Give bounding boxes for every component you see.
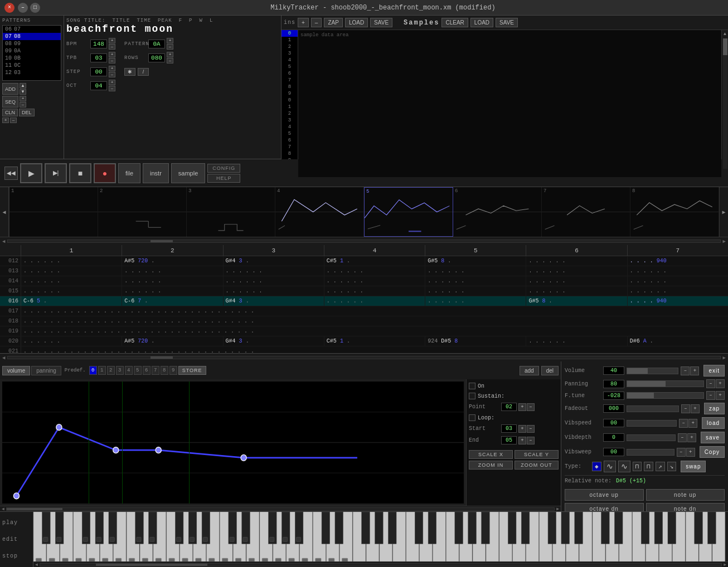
extra-up[interactable]: + <box>2 118 9 123</box>
zoom-out-btn[interactable]: ZOOM OUT <box>515 461 559 470</box>
env-end-up[interactable]: + <box>518 437 526 444</box>
row-cell[interactable]: . . . . . . <box>526 336 627 346</box>
row-cell[interactable]: . . . . . . <box>224 286 324 296</box>
ins-item-15[interactable]: 5 <box>282 130 298 137</box>
row-cell[interactable]: . . . . . . <box>526 256 627 266</box>
list-item[interactable]: 0708 <box>3 33 61 40</box>
row-cell[interactable]: C-6 5 . <box>21 296 122 306</box>
vibsweep-add[interactable]: + <box>686 448 695 457</box>
samples-clear-btn[interactable]: CLEAR <box>441 18 468 27</box>
ins-sub-btn[interactable]: – <box>311 18 322 27</box>
tracker-scroll-left[interactable]: ◀ <box>2 238 5 245</box>
row-cell[interactable]: . . . . . . <box>526 276 627 286</box>
env-num-0[interactable]: 0 <box>89 366 97 375</box>
env-start-dn[interactable]: – <box>527 425 535 433</box>
row-cell[interactable]: C#5 1 . <box>324 256 425 266</box>
vibsweep-value[interactable]: 00 <box>603 448 624 456</box>
ftune-value[interactable]: -028 <box>603 392 624 400</box>
env-sustain-checkbox[interactable] <box>469 393 475 399</box>
env-scroll-left[interactable]: ◀ <box>0 506 6 511</box>
transport-prev[interactable]: ◀◀ <box>4 167 18 180</box>
ins-item-10[interactable]: 0 <box>282 97 298 104</box>
save-btn[interactable]: save <box>701 432 725 443</box>
row-cell[interactable]: 924 D#5 8 <box>425 336 526 346</box>
env-start-value[interactable]: 03 <box>501 424 517 433</box>
env-end-dn[interactable]: – <box>527 437 535 444</box>
pattern-value[interactable]: 0A <box>148 40 165 48</box>
volume-slider[interactable] <box>627 368 678 374</box>
ftune-sub[interactable]: – <box>706 391 715 400</box>
copy-btn[interactable]: Copy <box>700 446 725 458</box>
ins-item-0[interactable]: 0 <box>282 30 298 37</box>
row-cell[interactable]: . . . . . . <box>526 266 627 276</box>
list-item[interactable]: 0607 <box>3 26 61 33</box>
octave-up-btn[interactable]: octave up <box>565 489 644 501</box>
load-btn[interactable]: load <box>702 417 725 429</box>
list-item[interactable]: 0809 <box>3 40 61 47</box>
seq-up[interactable]: + <box>20 96 26 101</box>
row-cell[interactable]: . . . . . . <box>425 286 526 296</box>
ins-item-1[interactable]: 1 <box>282 37 298 43</box>
fadeout-slider[interactable] <box>627 405 679 412</box>
row-cell[interactable]: C-6 7 . <box>122 296 223 306</box>
bpm-dn[interactable]: – <box>109 44 115 50</box>
step-up[interactable]: + <box>109 66 115 71</box>
samples-load-btn[interactable]: LOAD <box>470 18 493 27</box>
ins-item-14[interactable]: 4 <box>282 124 298 130</box>
wv-scroll-left[interactable]: ◀ <box>2 209 6 216</box>
volume-value[interactable]: 40 <box>603 366 624 375</box>
asterisk-btn[interactable]: ✱ <box>124 68 135 76</box>
ins-item-13[interactable]: 3 <box>282 117 298 124</box>
type-opt-1[interactable]: ∿ <box>604 461 616 472</box>
vibdepth-add[interactable]: + <box>687 433 696 442</box>
octave-dn-btn[interactable]: octave dn <box>565 503 644 511</box>
pattern-up[interactable]: + <box>167 38 173 43</box>
pattern-dn[interactable]: ▼ <box>20 89 26 95</box>
tracker-scroll-right[interactable]: ▶ <box>723 238 726 245</box>
row-cell[interactable]: . . . . . . <box>21 266 122 276</box>
transport-play[interactable]: ▶ <box>20 163 42 183</box>
row-cell[interactable]: . . . . . . . . . . . . . . . . . . . . … <box>21 316 728 326</box>
env-end-value[interactable]: 05 <box>501 436 517 444</box>
note-up-btn[interactable]: note up <box>646 489 725 501</box>
env-loop-checkbox[interactable] <box>469 414 475 421</box>
song-title[interactable]: beachfront moon <box>66 23 279 35</box>
config-btn[interactable]: CONFIG <box>207 164 240 173</box>
seq-dn[interactable]: – <box>20 102 26 107</box>
zoom-in-btn[interactable]: ZOOM IN <box>469 461 513 470</box>
ins-item-7[interactable]: 7 <box>282 77 298 84</box>
vibdepth-value[interactable]: 0 <box>603 433 624 442</box>
ins-zap-btn[interactable]: ZAP <box>324 18 342 27</box>
ins-item-18[interactable]: 8 <box>282 150 298 157</box>
vibdepth-sub[interactable]: – <box>678 433 687 442</box>
row-cell[interactable]: . . . . . . <box>21 276 122 286</box>
env-num-1[interactable]: 1 <box>98 366 106 375</box>
row-cell[interactable]: . . . . . . <box>21 256 122 266</box>
panning-sub[interactable]: – <box>706 379 715 388</box>
row-cell[interactable]: . . . . . . <box>425 266 526 276</box>
tracker-scroll-thumb[interactable] <box>151 240 173 242</box>
scale-y-btn[interactable]: SCALE Y <box>515 450 559 459</box>
env-tab-panning[interactable]: panning <box>31 366 61 375</box>
panning-value[interactable]: 80 <box>603 380 624 388</box>
env-graph[interactable] <box>2 382 464 504</box>
volume-add[interactable]: + <box>690 366 699 375</box>
row-cell[interactable]: . . . . . . <box>324 276 425 286</box>
row-cell[interactable]: . . . . 940 <box>628 256 728 266</box>
env-num-8[interactable]: 8 <box>161 366 168 375</box>
vibspeed-value[interactable]: 00 <box>603 419 624 427</box>
env-num-6[interactable]: 6 <box>143 366 151 375</box>
row-cell[interactable]: . . . . . . <box>21 336 122 346</box>
ins-item-6[interactable]: 6 <box>282 70 298 77</box>
env-tab-volume[interactable]: volume <box>2 366 30 375</box>
row-cell[interactable]: . . . . . . <box>224 276 324 286</box>
env-add-btn[interactable]: add <box>520 366 539 375</box>
slash-btn[interactable]: / <box>138 68 149 76</box>
ins-item-17[interactable]: 7 <box>282 144 298 150</box>
rows-value[interactable]: 080 <box>148 53 165 62</box>
tpb-value[interactable]: 03 <box>90 53 107 62</box>
row-cell[interactable]: D#6 A . <box>628 336 728 346</box>
row-cell[interactable]: G#4 3 . <box>224 336 324 346</box>
transport-record[interactable]: ● <box>94 163 116 183</box>
row-cell[interactable]: . . . . . . . . . . . . . . . . . . . . … <box>21 306 728 316</box>
